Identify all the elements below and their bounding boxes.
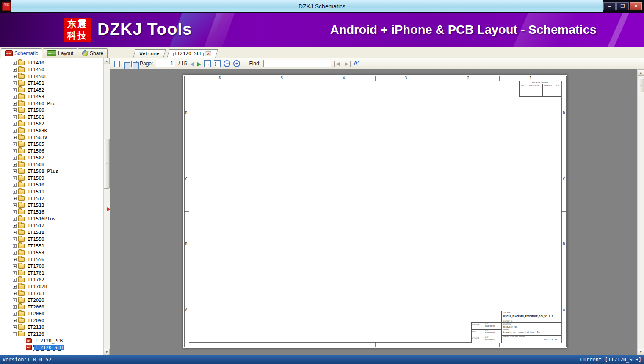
find-next-icon[interactable]: ▶ <box>344 61 351 67</box>
tree-item-label[interactable]: IT1505 <box>27 142 45 147</box>
page-number-input[interactable] <box>156 60 175 67</box>
expand-icon[interactable]: + <box>13 305 17 309</box>
tree-item-it1451[interactable]: +IT1451 <box>0 80 103 86</box>
collapse-icon[interactable]: - <box>13 332 17 336</box>
tree-item-label[interactable]: IT1556 <box>27 257 45 262</box>
tree-item-it1509[interactable]: +IT1509 <box>0 175 103 181</box>
maximize-button[interactable]: ❐ <box>616 2 629 10</box>
tree-item-it1450[interactable]: +IT1450 <box>0 66 103 73</box>
tree-item-label[interactable]: IT1450 <box>27 67 45 72</box>
zoom-out-icon[interactable]: − <box>224 60 230 67</box>
minimize-button[interactable]: – <box>603 2 616 10</box>
expand-icon[interactable]: + <box>13 176 17 180</box>
tree-item-label[interactable]: IT1550 <box>27 236 45 242</box>
expand-icon[interactable]: + <box>13 197 17 200</box>
expand-icon[interactable]: + <box>13 68 17 72</box>
expand-icon[interactable]: + <box>13 115 17 119</box>
tree-item-it1410[interactable]: +IT1410 <box>0 59 103 66</box>
tree-item-label[interactable]: IT2110 <box>27 325 45 330</box>
tree-item-it1553[interactable]: +IT1553 <box>0 249 103 256</box>
tree-item-label[interactable]: IT1501 <box>27 114 45 120</box>
tree-item-it1505[interactable]: +IT1505 <box>0 141 103 147</box>
expand-icon[interactable]: + <box>13 108 17 112</box>
tree-item-it2090[interactable]: +IT2090 <box>0 317 103 324</box>
scroll-down-icon[interactable]: ▼ <box>638 349 644 355</box>
viewer-scrollbar-thumb[interactable]: ≡ <box>638 79 644 92</box>
tree-item-label[interactable]: IT1551 <box>27 243 45 249</box>
fit-page-icon[interactable] <box>214 60 221 67</box>
expand-icon[interactable]: + <box>13 278 17 282</box>
expand-icon[interactable]: + <box>13 251 17 255</box>
tree-item-it1508-plus[interactable]: +IT1508 Plus <box>0 168 103 175</box>
previous-page-icon[interactable]: ◀ <box>190 61 194 67</box>
tree-item-it1551[interactable]: +IT1551 <box>0 242 103 249</box>
tree-item-label[interactable]: IT2120_PCB <box>34 338 64 344</box>
tree-item-it1502[interactable]: +IT1502 <box>0 120 103 127</box>
next-page-icon[interactable]: ▶ <box>197 61 201 67</box>
tree-item-it1702b[interactable]: +IT1702B <box>0 283 103 290</box>
tree-item-label[interactable]: IT1453 <box>27 94 45 100</box>
tree-item-label[interactable]: IT1516 <box>27 209 45 215</box>
tree-item-it2060[interactable]: +IT2060 <box>0 303 103 310</box>
single-page-icon[interactable] <box>114 61 120 67</box>
expand-icon[interactable]: + <box>13 217 17 221</box>
tree-item-label[interactable]: IT1703 <box>27 291 45 296</box>
tree-item-label[interactable]: IT1517 <box>27 223 45 228</box>
tree-item-label[interactable]: IT1451 <box>27 81 45 86</box>
tree-item-label[interactable]: IT2120 <box>27 331 45 337</box>
tree-item-it1701[interactable]: +IT1701 <box>0 270 103 276</box>
expand-icon[interactable]: + <box>13 95 17 99</box>
tree-item-it2120_pcb[interactable]: PDFIT2120_PCB <box>0 337 103 344</box>
copy-page-icon[interactable] <box>123 61 128 67</box>
tree-item-label[interactable]: IT2090 <box>27 318 45 323</box>
tree-item-it1511[interactable]: +IT1511 <box>0 188 103 195</box>
tree-item-label[interactable]: IT1510 <box>27 182 45 188</box>
expand-icon[interactable]: + <box>13 224 17 228</box>
tree-item-it1450e[interactable]: +IT1450E <box>0 73 103 80</box>
expand-icon[interactable]: + <box>13 88 17 92</box>
expand-icon[interactable]: + <box>13 156 17 160</box>
tree-item-label[interactable]: IT1503V <box>27 135 48 140</box>
tree-scrollbar[interactable]: ▲ ≡ ▼ <box>103 58 110 355</box>
tree-item-it1460-pro[interactable]: +IT1460 Pro <box>0 100 103 107</box>
tree-item-it2120[interactable]: -IT2120 <box>0 331 103 337</box>
tree-item-it1556[interactable]: +IT1556 <box>0 256 103 263</box>
tree-item-it1516plus[interactable]: +IT1516Plus <box>0 215 103 222</box>
tree-item-it1508[interactable]: +IT1508 <box>0 161 103 168</box>
tree-item-it1513[interactable]: +IT1513 <box>0 202 103 208</box>
tree-item-label[interactable]: IT2080 <box>27 311 45 317</box>
tab-layout[interactable]: PADS Layout <box>43 48 77 58</box>
expand-icon[interactable]: + <box>13 102 17 106</box>
tree-item-it2080[interactable]: +IT2080 <box>0 310 103 317</box>
zoom-in-icon[interactable]: + <box>233 60 240 67</box>
expand-icon[interactable]: + <box>13 298 17 302</box>
tree-item-it1518[interactable]: +IT1518 <box>0 229 103 236</box>
tree-item-it1453[interactable]: +IT1453 <box>0 93 103 100</box>
doc-tab-welcome[interactable]: Welcome <box>133 49 166 58</box>
tree-item-label[interactable]: IT1511 <box>27 189 45 195</box>
expand-icon[interactable]: + <box>13 237 17 241</box>
expand-icon[interactable]: + <box>13 190 17 194</box>
expand-icon[interactable]: + <box>13 285 17 289</box>
tree-item-label[interactable]: IT1500 <box>27 108 45 113</box>
expand-icon[interactable]: + <box>13 271 17 275</box>
expand-icon[interactable]: + <box>13 210 17 214</box>
tree-item-it1516[interactable]: +IT1516 <box>0 208 103 215</box>
tree-item-label[interactable]: IT1502 <box>27 121 45 127</box>
tree-item-it1550[interactable]: +IT1550 <box>0 236 103 242</box>
find-input[interactable] <box>263 60 331 67</box>
tree-item-label[interactable]: IT1452 <box>27 87 45 93</box>
tree-item-it1517[interactable]: +IT1517 <box>0 222 103 229</box>
tree-item-label[interactable]: IT1508 <box>27 162 45 167</box>
tree-item-label[interactable]: IT1553 <box>27 250 45 256</box>
tree-item-label[interactable]: IT1518 <box>27 230 45 235</box>
tree-item-label[interactable]: IT1506 <box>27 148 45 154</box>
tree-item-it2110[interactable]: +IT2110 <box>0 324 103 331</box>
expand-icon[interactable]: + <box>13 163 17 167</box>
expand-icon[interactable]: + <box>13 231 17 234</box>
expand-icon[interactable]: + <box>13 149 17 153</box>
tab-schematic[interactable]: PDF Schematic <box>1 48 42 58</box>
expand-icon[interactable]: + <box>13 292 17 295</box>
tree-item-it1500[interactable]: +IT1500 <box>0 107 103 114</box>
expand-icon[interactable]: + <box>13 183 17 187</box>
